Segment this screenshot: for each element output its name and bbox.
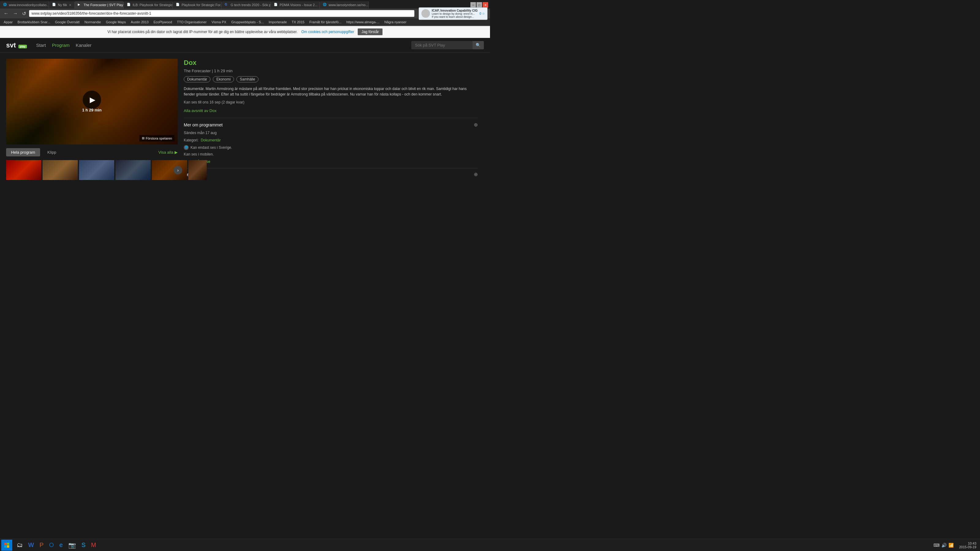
svt-header: svt play Start Program Kanaler 🔍 — [0, 38, 490, 52]
nav-kanaler[interactable]: Kanaler — [76, 43, 92, 48]
thumb-3[interactable] — [79, 160, 114, 180]
window-minimize[interactable]: ─ — [470, 2, 476, 8]
thumb-1[interactable] — [6, 160, 41, 180]
tab-innovationbycollabo[interactable]: 🌐 www.innovationbycollabo... ✕ — [0, 1, 49, 9]
back-button[interactable]: ← — [2, 11, 10, 16]
thumb-4[interactable] — [115, 160, 151, 180]
icap-avatar — [422, 9, 430, 18]
bookmark-google-translate[interactable]: Google Översätt — [54, 20, 81, 24]
tab-pdma[interactable]: 📄 PDMA Visions - Issue 2... ✕ — [271, 1, 320, 9]
svt-search: 🔍 — [411, 41, 484, 49]
bookmark-maps[interactable]: Google Maps — [105, 20, 127, 24]
fullscreen-button[interactable]: ⊞ Förstora spelaren — [139, 135, 175, 141]
icap-info: ICAP, Innovation Capability CIG Learn to… — [432, 9, 478, 18]
svt-logo[interactable]: svt play — [6, 41, 27, 49]
bookmark-visma[interactable]: Visma PX — [210, 20, 228, 24]
tab-label-8: www.lansstyrelsen.se/no... — [329, 3, 368, 7]
bookmark-importerade[interactable]: Importerade — [267, 20, 288, 24]
nav-start[interactable]: Start — [36, 43, 46, 48]
bookmark-austin[interactable]: Austin 2013 — [130, 20, 150, 24]
tab-lansstyrelsen[interactable]: 🌐 www.lansstyrelsen.se/no... ✕ — [320, 1, 369, 9]
tag-samhalle[interactable]: Samhälle — [236, 76, 258, 83]
bookmark-framåt[interactable]: Framåt för tjänstefö... — [308, 20, 343, 24]
cookie-link[interactable]: Om cookies och personuppgifter — [301, 30, 354, 34]
forward-button[interactable]: → — [12, 11, 19, 16]
tab-close-2[interactable]: ✕ — [69, 3, 72, 7]
tab-favicon-7: 📄 — [274, 3, 278, 7]
thumb-2[interactable] — [43, 160, 78, 180]
browser-chrome: 🌐 www.innovationbycollabo... ✕ 📄 Ny flik… — [0, 0, 490, 26]
bookmark-appar[interactable]: Appar — [2, 20, 14, 24]
address-bar[interactable] — [29, 10, 414, 17]
dela-header[interactable]: Dela ⊕ — [184, 171, 478, 177]
bookmark-almega[interactable]: https://www.almega-... — [345, 20, 381, 24]
tab-favicon-6: G — [225, 3, 229, 7]
tab-label-7: PDMA Visions - Issue 2... — [280, 3, 318, 7]
window-close[interactable]: ✕ — [483, 2, 488, 8]
bookmark-normandie[interactable]: Normandie — [83, 20, 102, 24]
bookmark-gruppwebbplats[interactable]: Gruppwebbplats - S... — [230, 20, 265, 24]
sweden-only-text: Kan endast ses i Sverige. — [191, 145, 232, 150]
tab-favicon-8: 🌐 — [323, 3, 327, 7]
tab-label-2: Ny flik — [58, 3, 67, 7]
thumb-img-1 — [6, 160, 41, 180]
sweden-icon: 🌐 — [184, 145, 189, 150]
visa-alla-label: Visa alla — [158, 150, 173, 155]
all-episodes-link[interactable]: Alla avsnitt av Dox — [184, 108, 216, 113]
cookie-accept-button[interactable]: Jag förstår — [358, 29, 382, 35]
tab-favicon-4: 📄 — [127, 3, 131, 7]
show-subtitle: The Forecaster | 1 h 29 min — [184, 68, 478, 73]
tag-dokumentar[interactable]: Dokumentär — [184, 76, 210, 83]
window-maximize[interactable]: □ — [477, 2, 482, 8]
thumbnails-next-button[interactable]: › — [173, 166, 182, 175]
thumb-img-4 — [115, 160, 151, 180]
tab-favicon-3: ▶ — [78, 3, 82, 7]
more-info-title: Mer om programmet — [184, 122, 223, 127]
icap-panel: ICAP, Innovation Capability CIG Learn to… — [418, 7, 488, 20]
bookmark-tto[interactable]: TTO Organisationer — [176, 20, 208, 24]
bookmark-brottarklubben[interactable]: Brottarklubben Snar... — [16, 20, 51, 24]
tab-new[interactable]: 📄 Ny flik ✕ — [49, 1, 75, 9]
svt-page: Vi har placerat cookies på din dator och… — [0, 26, 490, 186]
tag-ekonomi[interactable]: Ekonomi — [213, 76, 234, 83]
air-date: Sändes mån 17 aug — [184, 130, 478, 136]
category-label: Kategori: — [184, 138, 199, 142]
play-icon: ▶ — [90, 95, 95, 104]
play-button[interactable]: ▶ — [83, 91, 101, 109]
tab-label-6: G tech trends 2020 - Sök på... — [231, 3, 271, 7]
svt-badge: play — [18, 45, 27, 48]
tab-svtplay[interactable]: ▶ The Forecaster | SVT Play ✕ — [75, 1, 124, 9]
more-info-toggle-icon[interactable]: ⊕ — [474, 122, 478, 128]
thumb-6-partial[interactable] — [188, 160, 207, 180]
tab-label-5: Playbook for Strategic For... — [181, 3, 222, 7]
tab-ilb[interactable]: 📄 ILB: Playbook for Strategic... ✕ — [124, 1, 173, 9]
svt-search-button[interactable]: 🔍 — [473, 41, 484, 49]
visa-alla[interactable]: Visa alla ▶ — [158, 148, 178, 156]
show-description: Dokumentär. Martin Armstrong är mästare … — [184, 86, 478, 97]
svt-search-input[interactable] — [411, 41, 473, 49]
fullscreen-label: Förstora spelaren — [146, 137, 172, 140]
show-title: Dox — [184, 59, 478, 67]
svt-logo-text: svt play — [6, 41, 27, 49]
bookmark-nyanser[interactable]: Några nyanser — [383, 20, 407, 24]
bookmark-ecoplywood[interactable]: EcoPlywood — [152, 20, 173, 24]
tab-hela-program[interactable]: Hela program — [6, 148, 40, 156]
tab-klipp[interactable]: Klipp — [43, 148, 61, 156]
tab-google[interactable]: G G tech trends 2020 - Sök på... ✕ — [222, 1, 271, 9]
bookmark-tx2015[interactable]: TX 2015 — [291, 20, 306, 24]
more-info-header[interactable]: Mer om programmet ⊕ — [184, 122, 478, 128]
tab-playbook[interactable]: 📄 Playbook for Strategic For... ✕ — [173, 1, 222, 9]
info-panel: Dox The Forecaster | 1 h 29 min Dokument… — [178, 59, 484, 180]
nav-program[interactable]: Program — [52, 43, 70, 48]
thumb-img-6 — [188, 160, 207, 180]
tab-favicon-5: 📄 — [176, 3, 180, 7]
dela-toggle-icon[interactable]: ⊕ — [474, 171, 478, 177]
external-link-row[interactable]: ↗ Dox på svt.se — [184, 159, 478, 164]
cookie-notice: Vi har placerat cookies på din dator och… — [0, 26, 490, 38]
fullscreen-icon: ⊞ — [142, 136, 145, 140]
video-player[interactable]: ▶ 1 h 29 min ⊞ Förstora spelaren — [6, 59, 178, 144]
thumb-img-2 — [43, 160, 78, 180]
category-link[interactable]: Dokumentär — [200, 138, 221, 142]
refresh-button[interactable]: ↺ — [21, 11, 27, 16]
icap-badge[interactable]: 0 ☆ — [480, 12, 485, 15]
